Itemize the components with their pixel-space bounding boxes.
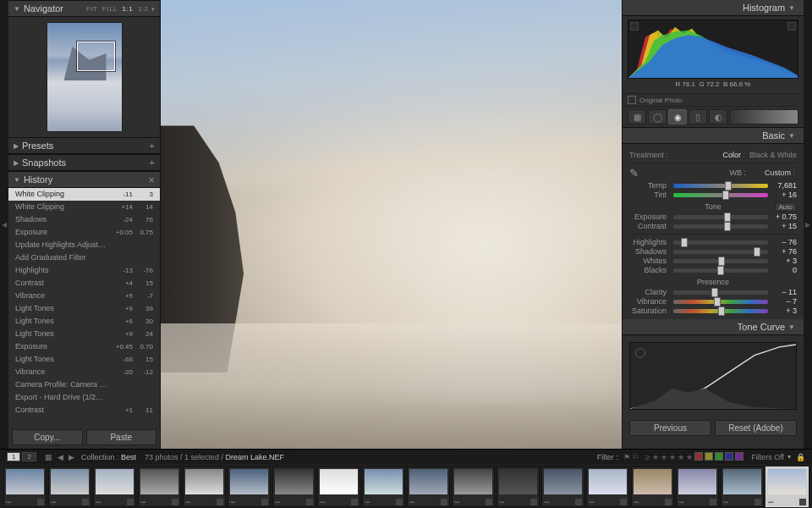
navigator-crop-rect[interactable] bbox=[77, 41, 115, 71]
history-item[interactable]: Camera Profile: Camera Landscape bbox=[8, 378, 160, 391]
snapshots-header[interactable]: ▶ Snapshots + bbox=[8, 154, 160, 171]
redeye-tool-icon[interactable]: ◉ bbox=[668, 109, 687, 124]
history-item[interactable]: Contrast+415 bbox=[8, 277, 160, 290]
filters-off-dropdown[interactable]: Filters Off bbox=[751, 453, 784, 461]
reset-button[interactable]: Reset (Adobe) bbox=[715, 420, 797, 436]
filmstrip-thumb[interactable] bbox=[362, 467, 405, 507]
slider-handle[interactable] bbox=[711, 288, 718, 297]
blacks-slider[interactable]: Blacks 0 bbox=[629, 266, 797, 274]
filmstrip-thumb[interactable] bbox=[721, 467, 764, 507]
presets-add-icon[interactable]: + bbox=[150, 141, 155, 151]
presets-header[interactable]: ▶ Presets + bbox=[8, 137, 160, 154]
view-2-button[interactable]: 2 bbox=[22, 452, 36, 461]
history-item[interactable]: Exposure+0.450.70 bbox=[8, 340, 160, 353]
exposure-slider[interactable]: Exposure + 0.75 bbox=[629, 213, 797, 221]
filmstrip-thumb[interactable] bbox=[631, 467, 674, 507]
radial-filter-icon[interactable]: ◐ bbox=[709, 109, 727, 124]
filmstrip-thumb[interactable] bbox=[48, 467, 91, 507]
filmstrip-thumb[interactable] bbox=[138, 467, 181, 507]
temp-slider[interactable]: Temp 7,681 bbox=[629, 181, 797, 190]
histogram-display[interactable] bbox=[628, 19, 798, 79]
history-item[interactable]: Light Tones-6815 bbox=[8, 353, 160, 366]
history-item[interactable]: Light Tones+630 bbox=[8, 315, 160, 328]
brush-tool-icon[interactable] bbox=[729, 109, 798, 124]
snapshots-add-icon[interactable]: + bbox=[150, 157, 155, 168]
slider-handle[interactable] bbox=[718, 257, 725, 266]
history-item[interactable]: Light Tones+939 bbox=[8, 302, 160, 315]
history-header[interactable]: ▼ History ✕ bbox=[8, 171, 160, 188]
filmstrip-thumb[interactable] bbox=[586, 467, 629, 507]
history-item[interactable]: Highlights-13-76 bbox=[8, 264, 160, 277]
view-1-button[interactable]: 1 bbox=[7, 452, 20, 461]
original-photo-toggle[interactable]: Original Photo bbox=[623, 93, 804, 107]
slider-handle[interactable] bbox=[714, 297, 721, 306]
checkbox-icon[interactable] bbox=[628, 96, 636, 104]
basic-header[interactable]: Basic ▼ bbox=[623, 128, 804, 144]
grid-view-icon[interactable]: ▦ bbox=[45, 453, 52, 461]
breadcrumb[interactable]: Collection : Best bbox=[81, 453, 136, 461]
rating-filter[interactable]: ★★★★★ bbox=[651, 453, 694, 461]
right-edge-collapse[interactable] bbox=[804, 0, 812, 449]
treatment-bw[interactable]: Black & White bbox=[749, 151, 797, 159]
tint-slider[interactable]: Tint + 16 bbox=[629, 190, 797, 199]
history-item[interactable]: Export - Hard Drive (1/24/18 4:44:15 PM) bbox=[8, 391, 160, 404]
tone-curve-graph[interactable] bbox=[629, 342, 797, 410]
histogram-header[interactable]: Histogram ▼ bbox=[623, 0, 804, 16]
filmstrip-thumb[interactable] bbox=[228, 467, 271, 507]
history-item[interactable]: White Clipping-113 bbox=[8, 188, 160, 201]
filmstrip-thumb[interactable] bbox=[317, 467, 360, 507]
slider-handle[interactable] bbox=[724, 222, 731, 231]
crop-tool-icon[interactable]: ▦ bbox=[628, 109, 646, 124]
slider-handle[interactable] bbox=[722, 190, 729, 200]
previous-button[interactable]: Previous bbox=[629, 420, 711, 436]
graduated-filter-icon[interactable]: ▯ bbox=[689, 109, 707, 124]
shadows-slider[interactable]: Shadows + 76 bbox=[629, 247, 797, 256]
history-item[interactable]: Vibrance-20-12 bbox=[8, 366, 160, 378]
vibrance-slider[interactable]: Vibrance – 7 bbox=[629, 297, 797, 306]
history-item[interactable]: Shadows-2476 bbox=[8, 213, 160, 226]
filmstrip[interactable] bbox=[0, 464, 812, 508]
treatment-color[interactable]: Color bbox=[722, 151, 741, 159]
filmstrip-thumb[interactable] bbox=[676, 467, 719, 507]
filter-lock-icon[interactable]: 🔒 bbox=[796, 453, 805, 461]
navigator-preview[interactable] bbox=[8, 17, 160, 137]
whites-slider[interactable]: Whites + 3 bbox=[629, 257, 797, 265]
history-item[interactable]: Update Highlights Adjustment bbox=[8, 239, 160, 251]
history-item[interactable]: Contrast+111 bbox=[8, 404, 160, 417]
history-item[interactable]: Vibrance+5-7 bbox=[8, 290, 160, 302]
navigator-zoom-options[interactable]: FIT FILL 1:1 1:2▾ bbox=[84, 5, 155, 13]
filmstrip-thumb[interactable] bbox=[541, 467, 584, 507]
navigator-header[interactable]: ▼ Navigator FIT FILL 1:1 1:2▾ bbox=[8, 0, 160, 17]
filmstrip-thumb[interactable] bbox=[452, 467, 495, 507]
slider-handle[interactable] bbox=[725, 181, 732, 190]
history-item[interactable]: Light Tones+924 bbox=[8, 328, 160, 340]
flag-filter-icon[interactable]: ⚑ ⚐ bbox=[623, 453, 639, 461]
point-curve-icon[interactable] bbox=[635, 348, 645, 358]
filmstrip-thumb[interactable] bbox=[407, 467, 450, 507]
highlights-slider[interactable]: Highlights – 76 bbox=[629, 238, 797, 246]
left-edge-collapse[interactable] bbox=[0, 0, 8, 449]
history-item[interactable]: Add Graduated Filter bbox=[8, 251, 160, 264]
main-photo-view[interactable] bbox=[161, 0, 622, 449]
eyedropper-icon[interactable]: ✎ bbox=[629, 167, 646, 179]
paste-button[interactable]: Paste bbox=[86, 429, 157, 445]
slider-handle[interactable] bbox=[681, 238, 688, 247]
slider-handle[interactable] bbox=[754, 247, 760, 257]
slider-handle[interactable] bbox=[718, 306, 725, 316]
copy-button[interactable]: Copy... bbox=[12, 429, 83, 445]
slider-handle[interactable] bbox=[724, 213, 731, 222]
history-clear-icon[interactable]: ✕ bbox=[148, 175, 155, 185]
spot-tool-icon[interactable]: ◯ bbox=[648, 109, 667, 124]
filmstrip-thumb[interactable] bbox=[3, 467, 47, 507]
contrast-slider[interactable]: Contrast + 15 bbox=[629, 222, 797, 230]
saturation-slider[interactable]: Saturation + 3 bbox=[629, 306, 797, 315]
clarity-slider[interactable]: Clarity – 11 bbox=[629, 288, 797, 296]
nav-back-icon[interactable]: ◀ bbox=[58, 453, 63, 461]
filmstrip-thumb[interactable] bbox=[183, 467, 226, 507]
color-label-filter[interactable] bbox=[694, 452, 744, 462]
wb-dropdown[interactable]: Custom bbox=[746, 168, 797, 177]
filmstrip-thumb[interactable] bbox=[93, 467, 136, 507]
filmstrip-thumb[interactable] bbox=[272, 467, 315, 507]
slider-handle[interactable] bbox=[717, 266, 724, 275]
history-item[interactable]: White Clipping+1414 bbox=[8, 201, 160, 213]
